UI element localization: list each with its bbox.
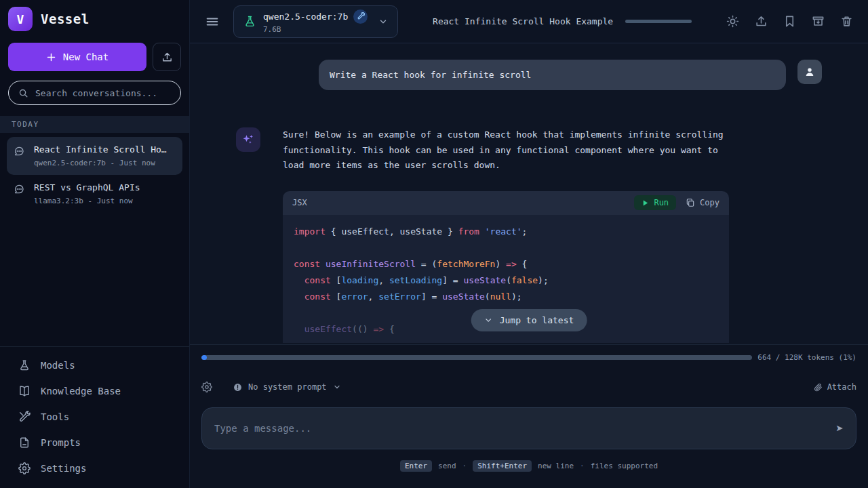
tool-capability-badge (353, 9, 368, 24)
sidebar-item-prompts[interactable]: Prompts (0, 430, 189, 455)
conversation-title: REST vs GraphQL APIs (34, 182, 140, 192)
copy-label: Copy (700, 198, 719, 207)
model-name: qwen2.5-coder:7b (263, 12, 348, 22)
wrench-icon (357, 12, 365, 20)
sidebar-toggle-icon[interactable] (205, 14, 220, 29)
sidebar-item-label: Knowledge Base (41, 386, 121, 396)
sidebar-item-label: Settings (41, 463, 86, 474)
conversation-meta: qwen2.5-coder:7b - Just now (34, 159, 167, 167)
sidebar-item-label: Prompts (41, 437, 81, 448)
chevron-down-icon (378, 17, 388, 26)
plus-icon (46, 52, 56, 62)
jump-to-latest-button[interactable]: Jump to latest (471, 309, 587, 331)
system-prompt-label: No system prompt (248, 382, 327, 392)
title-progress-bar (625, 20, 692, 23)
copy-icon (686, 198, 695, 207)
new-chat-button[interactable]: New Chat (8, 43, 146, 71)
hint-label: files supported (591, 462, 658, 470)
chevron-down-icon (333, 383, 341, 391)
sparkles-icon (241, 133, 255, 146)
chat-scroll-area[interactable]: Write a React hook for infinite scroll S… (190, 43, 868, 344)
play-icon (642, 199, 649, 207)
hint-label: send (438, 462, 456, 470)
attach-button[interactable]: Attach (814, 382, 856, 392)
export-chats-button[interactable] (153, 43, 181, 71)
tools-icon (18, 411, 31, 423)
conversation-title: React Infinite Scroll Hook Example (34, 144, 167, 155)
gear-icon (18, 462, 31, 474)
main-panel: qwen2.5-coder:7b 7.6B React Infinite Scr… (190, 0, 868, 488)
attach-label: Attach (827, 382, 856, 392)
hint-separator: · (462, 462, 467, 470)
brand-name: Vessel (41, 12, 90, 26)
code-block-header: JSX Run Copy (283, 191, 729, 215)
user-avatar (797, 60, 822, 84)
upload-icon (161, 52, 173, 63)
search-icon (18, 88, 28, 98)
conversation-section-label: TODAY (0, 116, 189, 133)
sidebar-item-models[interactable]: Models (0, 352, 189, 378)
upload-icon[interactable] (755, 15, 768, 28)
hint-separator: · (580, 462, 585, 470)
message-input-shell: ➤ (201, 407, 856, 449)
search-conversations-box[interactable] (8, 81, 181, 105)
conversation-meta: llama3.2:3b - Just now (34, 197, 140, 205)
conversation-item-active[interactable]: React Infinite Scroll Hook Example qwen2… (7, 137, 182, 175)
token-progress-fill (201, 355, 207, 360)
chevron-down-icon (484, 316, 493, 325)
jump-to-latest-label: Jump to latest (500, 315, 574, 325)
search-input[interactable] (35, 88, 171, 98)
topbar: qwen2.5-coder:7b 7.6B React Infinite Scr… (190, 0, 868, 43)
conversation-item[interactable]: REST vs GraphQL APIs llama3.2:3b - Just … (7, 175, 182, 213)
model-size: 7.6B (263, 25, 368, 34)
prompt-options-row: No system prompt Attach (201, 382, 856, 392)
sidebar-item-tools[interactable]: Tools (0, 404, 189, 430)
code-language-label: JSX (292, 198, 307, 207)
sidebar-item-settings[interactable]: Settings (0, 455, 189, 481)
brand: V Vessel (0, 0, 189, 37)
flask-icon (243, 15, 256, 28)
run-code-button[interactable]: Run (634, 195, 676, 210)
chat-title: React Infinite Scroll Hook Example (433, 16, 613, 26)
new-chat-label: New Chat (63, 52, 108, 62)
logo-letter: V (17, 12, 24, 26)
sidebar-item-label: Models (41, 360, 75, 371)
copy-code-button[interactable]: Copy (686, 198, 719, 207)
archive-icon[interactable] (812, 15, 825, 28)
token-usage-label: 664 / 128K tokens (1%) (757, 353, 856, 362)
system-prompt-selector[interactable]: No system prompt (233, 382, 341, 392)
model-selector[interactable]: qwen2.5-coder:7b 7.6B (233, 5, 398, 38)
document-icon (18, 436, 31, 449)
info-circle-icon (233, 383, 242, 392)
gear-icon[interactable] (201, 382, 212, 392)
sidebar: V Vessel New Chat TODAY React Infinite S… (0, 0, 190, 488)
send-icon: ➤ (836, 421, 844, 436)
assistant-text: Sure! Below is an example of a custom Re… (283, 127, 724, 174)
kbd-shift-enter: Shift+Enter (473, 460, 532, 472)
user-message-bubble: Write a React hook for infinite scroll (319, 60, 786, 90)
keyboard-hints: Enter send · Shift+Enter new line · file… (201, 460, 856, 472)
sidebar-item-knowledge-base[interactable]: Knowledge Base (0, 378, 189, 404)
run-label: Run (654, 198, 669, 207)
bookmark-icon[interactable] (783, 15, 796, 28)
send-button[interactable]: ➤ (828, 422, 844, 435)
composer: 664 / 128K tokens (1%) No system prompt … (190, 344, 868, 488)
flask-icon (18, 359, 31, 371)
conversation-list: React Infinite Scroll Hook Example qwen2… (0, 133, 189, 217)
vessel-logo: V (8, 7, 33, 31)
user-message: Write a React hook for infinite scroll (236, 60, 822, 90)
assistant-avatar (236, 127, 260, 152)
hint-label: new line (538, 462, 574, 470)
chat-bubble-icon (14, 184, 24, 195)
book-icon (18, 385, 31, 397)
message-input[interactable] (214, 423, 828, 434)
sun-icon[interactable] (726, 15, 739, 28)
trash-icon[interactable] (840, 15, 853, 28)
kbd-enter: Enter (400, 460, 432, 472)
token-usage-row: 664 / 128K tokens (1%) (201, 353, 856, 362)
token-progress-track (201, 355, 752, 360)
paperclip-icon (814, 383, 823, 392)
sidebar-footer-nav: Models Knowledge Base Tools Prompts Sett… (0, 346, 189, 488)
chat-bubble-icon (14, 146, 24, 157)
sidebar-item-label: Tools (41, 411, 69, 422)
